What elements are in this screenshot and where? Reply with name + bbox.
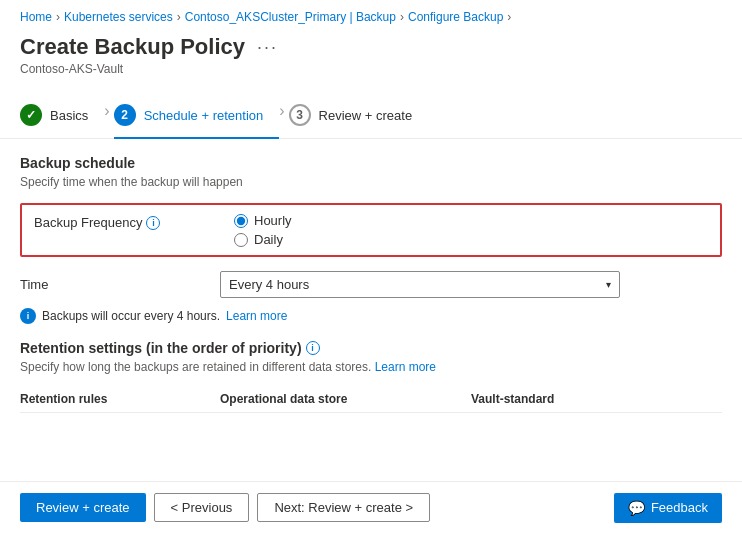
retention-info-icon[interactable]: i [306, 341, 320, 355]
step-basics-circle: ✓ [20, 104, 42, 126]
info-bar: i Backups will occur every 4 hours. Lear… [20, 308, 722, 324]
time-select[interactable]: Every 4 hours ▾ [220, 271, 620, 298]
breadcrumb-home[interactable]: Home [20, 10, 52, 24]
step-basics[interactable]: ✓ Basics [20, 96, 104, 138]
frequency-info-icon[interactable]: i [146, 216, 160, 230]
step-review[interactable]: 3 Review + create [289, 96, 429, 138]
radio-daily[interactable]: Daily [234, 232, 292, 247]
radio-hourly-input[interactable] [234, 214, 248, 228]
step-schedule-circle: 2 [114, 104, 136, 126]
retention-desc: Specify how long the backups are retaine… [20, 360, 722, 374]
col-operational: Operational data store [220, 392, 471, 406]
page-header: Create Backup Policy ··· Contoso-AKS-Vau… [0, 30, 742, 86]
breadcrumb-configure[interactable]: Configure Backup [408, 10, 503, 24]
step-review-label: Review + create [319, 108, 413, 123]
step-review-circle: 3 [289, 104, 311, 126]
bottom-bar: Review + create < Previous Next: Review … [0, 481, 742, 533]
learn-more-link[interactable]: Learn more [226, 309, 287, 323]
radio-daily-input[interactable] [234, 233, 248, 247]
table-header: Retention rules Operational data store V… [20, 386, 722, 413]
time-row: Time Every 4 hours ▾ [20, 271, 722, 298]
backup-frequency-box: Backup Frequency i Hourly Daily [20, 203, 722, 257]
info-text: Backups will occur every 4 hours. [42, 309, 220, 323]
feedback-button[interactable]: 💬 Feedback [614, 493, 722, 523]
frequency-label: Backup Frequency i [34, 213, 234, 230]
frequency-radio-group: Hourly Daily [234, 213, 292, 247]
info-circle-icon: i [20, 308, 36, 324]
step-basics-label: Basics [50, 108, 88, 123]
feedback-icon: 💬 [628, 500, 645, 516]
step-schedule-label: Schedule + retention [144, 108, 264, 123]
previous-button[interactable]: < Previous [154, 493, 250, 522]
more-button[interactable]: ··· [253, 35, 282, 60]
col-retention-rules: Retention rules [20, 392, 220, 406]
breadcrumb: Home › Kubernetes services › Contoso_AKS… [0, 0, 742, 30]
col-vault-standard: Vault-standard [471, 392, 722, 406]
breadcrumb-cluster[interactable]: Contoso_AKSCluster_Primary | Backup [185, 10, 396, 24]
main-content: Backup schedule Specify time when the ba… [0, 139, 742, 429]
backup-schedule-desc: Specify time when the backup will happen [20, 175, 722, 189]
breadcrumb-kubernetes[interactable]: Kubernetes services [64, 10, 173, 24]
review-create-button[interactable]: Review + create [20, 493, 146, 522]
step-schedule[interactable]: 2 Schedule + retention [114, 96, 280, 138]
time-label: Time [20, 277, 220, 292]
chevron-down-icon: ▾ [606, 279, 611, 290]
vault-name: Contoso-AKS-Vault [20, 62, 722, 76]
page-title: Create Backup Policy [20, 34, 245, 60]
radio-hourly[interactable]: Hourly [234, 213, 292, 228]
backup-schedule-title: Backup schedule [20, 155, 722, 171]
wizard-steps: ✓ Basics › 2 Schedule + retention › 3 Re… [0, 86, 742, 139]
retention-learn-more-link[interactable]: Learn more [375, 360, 436, 374]
retention-title: Retention settings (in the order of prio… [20, 340, 722, 356]
next-button[interactable]: Next: Review + create > [257, 493, 430, 522]
